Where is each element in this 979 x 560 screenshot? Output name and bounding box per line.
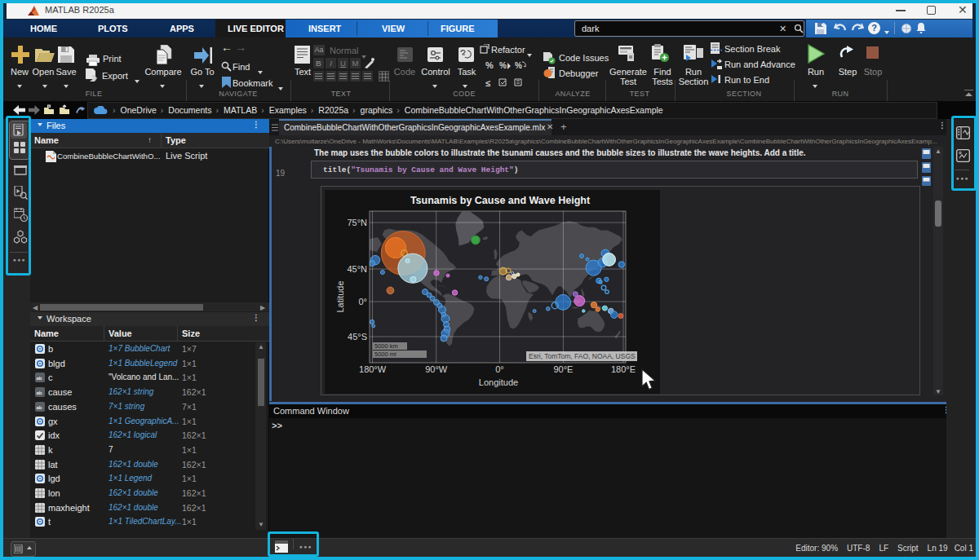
svg-text:75°N: 75°N bbox=[347, 218, 367, 227]
svg-text:180°W: 180°W bbox=[359, 364, 387, 374]
svg-text:%: % bbox=[499, 61, 507, 70]
svg-text:%: % bbox=[515, 61, 522, 70]
svg-text:ab: ab bbox=[36, 390, 42, 395]
svg-text:5000 km: 5000 km bbox=[374, 342, 398, 350]
svg-text:Longitude: Longitude bbox=[479, 377, 518, 387]
svg-text:%: % bbox=[485, 60, 494, 70]
svg-text:5000 mi: 5000 mi bbox=[374, 351, 396, 358]
svg-text:ab: ab bbox=[36, 376, 42, 381]
svg-text:90°E: 90°E bbox=[553, 364, 573, 374]
svg-text:≤: ≤ bbox=[485, 78, 490, 88]
svg-text:180°E: 180°E bbox=[611, 364, 636, 374]
svg-text:90°W: 90°W bbox=[425, 364, 448, 374]
svg-text:Esri, TomTom, FAO, NOAA, USGS: Esri, TomTom, FAO, NOAA, USGS bbox=[529, 352, 636, 360]
svg-text:0°: 0° bbox=[358, 297, 367, 306]
svg-text:0°: 0° bbox=[495, 364, 504, 374]
svg-text:45°S: 45°S bbox=[348, 332, 367, 342]
svg-text:45°N: 45°N bbox=[347, 264, 367, 274]
svg-text:Latitude: Latitude bbox=[335, 280, 345, 312]
svg-text:ab: ab bbox=[36, 404, 42, 409]
svg-text:Tsunamis by Cause and Wave Hei: Tsunamis by Cause and Wave Height bbox=[410, 195, 591, 206]
